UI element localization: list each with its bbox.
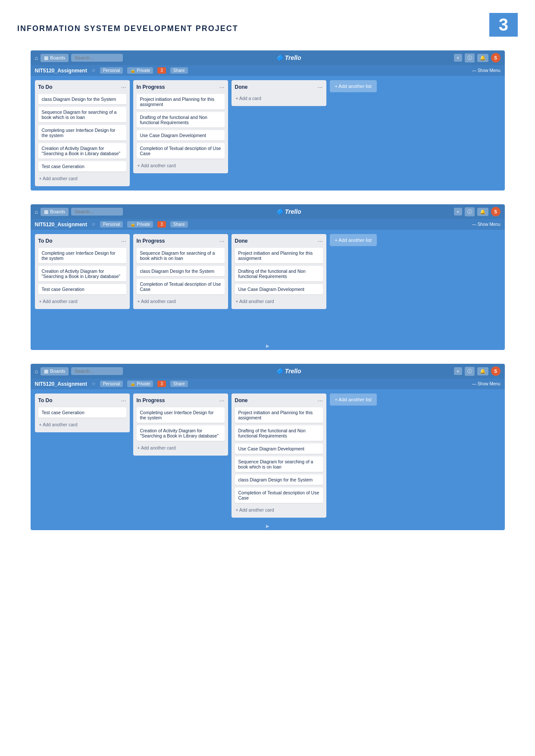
card[interactable]: Drafting of the functional and Non funct… (235, 266, 323, 281)
home-icon[interactable]: ⌂ (35, 368, 38, 375)
card[interactable]: Creation of Activity Diagram for "Search… (38, 143, 126, 159)
card[interactable]: Creation of Activity Diagram for "Search… (137, 425, 225, 441)
add-card-button[interactable]: + Add another card (38, 420, 126, 429)
page-title: INFORMATION SYSTEM DEVELOPMENT PROJECT (17, 12, 518, 42)
card[interactable]: Creation of Activity Diagram for "Search… (38, 266, 126, 281)
add-card-button[interactable]: + Add another card (137, 297, 225, 306)
card[interactable]: Sequence Diagram for searching of a book… (137, 248, 225, 263)
add-card-button[interactable]: + Add another card (38, 297, 126, 306)
card[interactable]: Test case Generation (38, 284, 126, 294)
card[interactable]: Completing user Interface Design for the… (38, 125, 126, 141)
board-title: NIT5120_Assignment (35, 222, 87, 228)
show-menu-button[interactable]: — Show Menu (472, 381, 501, 386)
card[interactable]: Sequence Diagram for searching of a book… (38, 107, 126, 122)
info-button[interactable]: ⓘ (465, 207, 475, 216)
list-header: In Progress ··· (137, 84, 225, 91)
list-menu-icon[interactable]: ··· (121, 84, 126, 91)
home-icon[interactable]: ⌂ (35, 55, 38, 61)
team-button[interactable]: 3 (157, 67, 166, 74)
team-button[interactable]: 3 (157, 381, 166, 387)
card[interactable]: class Diagram Design for the System (137, 266, 225, 276)
boards-button[interactable]: ▦ Boards (41, 208, 69, 216)
add-card-button[interactable]: + Add another card (235, 297, 323, 306)
bell-button[interactable]: 🔔 (477, 367, 488, 375)
boards-icon: ▦ (44, 209, 48, 215)
list-menu-icon[interactable]: ··· (121, 237, 126, 244)
private-button[interactable]: 🔒 Private (127, 67, 153, 74)
list-header: To Do ··· (38, 397, 126, 404)
list-header: In Progress ··· (137, 397, 225, 404)
info-button[interactable]: ⓘ (465, 53, 475, 62)
card[interactable]: Completion of Textual description of Use… (137, 143, 225, 159)
search-input[interactable] (71, 54, 123, 62)
card[interactable]: class Diagram Design for the System (38, 94, 126, 104)
add-card-button[interactable]: + Add another card (235, 506, 323, 514)
add-card-button[interactable]: + Add another card (38, 174, 126, 183)
private-button[interactable]: 🔒 Private (127, 221, 153, 228)
board-1-header: ⌂ ▦ Boards 🔷 Trello + ⓘ 🔔 S (31, 50, 505, 65)
search-input[interactable] (71, 208, 123, 216)
share-button[interactable]: Share (170, 67, 188, 74)
add-card-button[interactable]: + Add another card (137, 444, 225, 452)
card[interactable]: Completing user Interface Design for the… (137, 407, 225, 423)
card[interactable]: Use Case Diagram Development (235, 284, 323, 294)
card[interactable]: Test case Generation (38, 161, 126, 172)
show-menu-button[interactable]: — Show Menu (472, 68, 501, 73)
list-menu-icon[interactable]: ··· (219, 397, 225, 404)
search-input[interactable] (71, 367, 123, 375)
card[interactable]: Drafting of the functional and Non funct… (235, 425, 323, 441)
share-button[interactable]: Share (170, 381, 188, 387)
card[interactable]: Use Case Diagram Development (235, 444, 323, 454)
team-button[interactable]: 3 (157, 221, 166, 228)
list-header: To Do ··· (38, 84, 126, 91)
add-list-button[interactable]: + Add another list (330, 80, 377, 92)
list-menu-icon[interactable]: ··· (318, 397, 323, 404)
list-title-todo: To Do (38, 84, 53, 90)
share-button[interactable]: Share (170, 221, 188, 228)
card[interactable]: Drafting of the functional and Non funct… (137, 112, 225, 128)
private-button[interactable]: 🔒 Private (127, 381, 153, 387)
personal-button[interactable]: Personal (100, 67, 123, 74)
card[interactable]: Project initiation and Planning for this… (235, 248, 323, 263)
personal-button[interactable]: Personal (100, 221, 123, 228)
card[interactable]: class Diagram Design for the System (235, 475, 323, 485)
add-card-button[interactable]: + Add a card (235, 94, 323, 103)
boards-icon: ▦ (44, 369, 48, 374)
plus-button[interactable]: + (454, 208, 462, 216)
header-right: + ⓘ 🔔 S (454, 207, 500, 216)
list-header: Done ··· (235, 237, 323, 244)
add-list-button[interactable]: + Add another list (330, 234, 377, 246)
plus-button[interactable]: + (454, 54, 462, 62)
card[interactable]: Completing user Interface Design for the… (38, 248, 126, 263)
star-icon[interactable]: ☆ (91, 222, 96, 227)
card[interactable]: Use Case Diagram Development (137, 130, 225, 141)
card[interactable]: Project initiation and Planning for this… (235, 407, 323, 423)
inprogress-list-3: In Progress ··· Completing user Interfac… (133, 394, 228, 456)
list-menu-icon[interactable]: ··· (121, 397, 126, 404)
bell-button[interactable]: 🔔 (477, 54, 488, 62)
page-header: INFORMATION SYSTEM DEVELOPMENT PROJECT 3 (0, 0, 535, 50)
plus-button[interactable]: + (454, 367, 462, 375)
boards-button[interactable]: ▦ Boards (41, 367, 69, 375)
card[interactable]: Project initiation and Planning for this… (137, 94, 225, 109)
list-menu-icon[interactable]: ··· (219, 237, 225, 244)
star-icon[interactable]: ☆ (91, 68, 96, 73)
star-icon[interactable]: ☆ (91, 381, 96, 387)
info-button[interactable]: ⓘ (465, 367, 475, 376)
bell-button[interactable]: 🔔 (477, 208, 488, 216)
list-menu-icon[interactable]: ··· (219, 84, 225, 91)
personal-button[interactable]: Personal (100, 381, 123, 387)
list-menu-icon[interactable]: ··· (318, 84, 323, 91)
card[interactable]: Test case Generation (38, 407, 126, 418)
list-menu-icon[interactable]: ··· (318, 237, 323, 244)
todo-list-3: To Do ··· Test case Generation + Add ano… (35, 394, 130, 432)
card[interactable]: Completion of Textual description of Use… (137, 279, 225, 294)
home-icon[interactable]: ⌂ (35, 209, 38, 215)
add-list-button[interactable]: + Add another list (330, 394, 377, 406)
card[interactable]: Sequence Diagram for searching of a book… (235, 456, 323, 472)
card[interactable]: Completion of Textual description of Use… (235, 487, 323, 503)
boards-button[interactable]: ▦ Boards (41, 54, 69, 62)
list-title-todo: To Do (38, 238, 53, 244)
add-card-button[interactable]: + Add another card (137, 161, 225, 170)
show-menu-button[interactable]: — Show Menu (472, 222, 501, 227)
